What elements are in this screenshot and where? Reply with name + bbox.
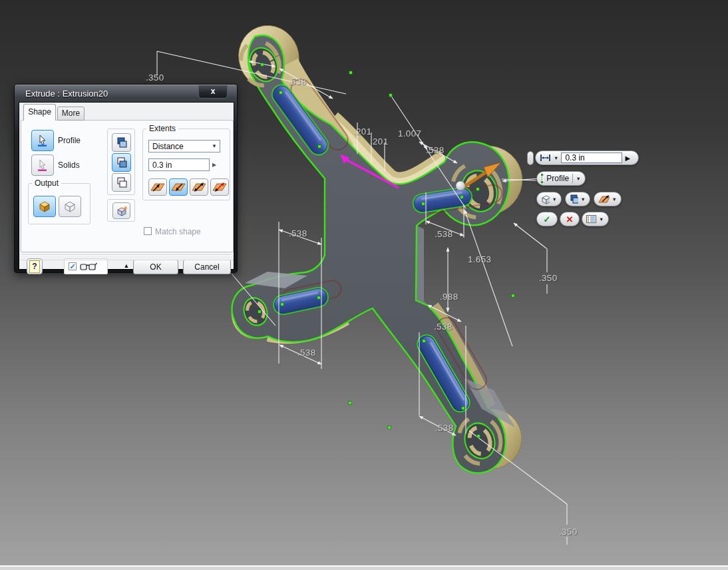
output-solid-button[interactable] (33, 196, 56, 217)
output-group: Output (28, 183, 91, 224)
shape-tab-panel: Profile Solids Output (21, 120, 234, 252)
dialog-expander[interactable]: ▲ (19, 260, 234, 271)
direction-icon (598, 194, 610, 204)
direction-2-icon (170, 181, 186, 193)
flyout-arrow-icon[interactable]: ▶ (625, 154, 630, 162)
chevron-down-icon: ▼ (209, 143, 220, 149)
boolean-group (107, 129, 135, 195)
mini-cancel-button[interactable]: ✕ (560, 212, 580, 226)
mini-boolean-button[interactable]: ▼ (565, 192, 590, 206)
extents-mode-dropdown[interactable]: Distance ▼ (148, 140, 220, 152)
distance-input[interactable] (148, 158, 210, 171)
direction-1-icon (150, 181, 166, 193)
close-button[interactable]: x (198, 85, 228, 99)
dimension-label[interactable]: .538 (426, 145, 444, 155)
match-shape-label: Match shape (155, 227, 201, 236)
dimension-label[interactable]: 1.653 (468, 254, 491, 264)
mini-toolbar-gripper[interactable]: ·· ·· ·· (527, 151, 534, 165)
options-list-icon (586, 215, 596, 223)
direction-1-button[interactable] (148, 178, 167, 196)
profile-label: Profile (58, 136, 81, 145)
extents-group: Extents Distance ▼ ▶ (142, 129, 230, 200)
chevron-down-icon: ▼ (599, 216, 604, 222)
match-shape-checkbox[interactable] (144, 227, 152, 235)
mini-direction-button[interactable]: ▼ (594, 192, 622, 206)
extents-mode-value: Distance (149, 142, 209, 151)
mini-options-button[interactable]: ▼ (582, 212, 609, 226)
profile-select-button[interactable] (31, 130, 54, 151)
collapse-triangle-icon: ▲ (124, 262, 130, 269)
dimension-label[interactable]: .538 (297, 348, 315, 358)
direction-2-button[interactable] (169, 178, 188, 196)
chevron-down-icon[interactable]: ▼ (554, 155, 558, 161)
dimension-label[interactable]: .538 (288, 77, 306, 87)
new-solid-group: ✳ (107, 199, 135, 222)
mini-apply-button[interactable]: ✓ (536, 212, 558, 226)
direction-symmetric-icon (191, 181, 207, 193)
new-solid-icon: ✳ (116, 206, 128, 216)
distance-flyout-icon[interactable]: ▶ (212, 162, 216, 168)
extrude-dialog: Extrude : Extrusion20 x Shape More Profi… (14, 84, 238, 273)
cut-icon (116, 157, 128, 168)
dimension-label[interactable]: .350 (146, 73, 164, 83)
inventor-app: { "dialog": { "title": "Extrude : Extrus… (0, 0, 728, 570)
distance-icon (540, 154, 551, 162)
dialog-body: Shape More Profile Solids Output (19, 102, 234, 270)
chevron-down-icon: ▼ (552, 196, 557, 202)
chevron-down-icon: ▼ (612, 196, 617, 202)
cube-icon (541, 194, 550, 204)
cursor-profile-icon (37, 135, 49, 146)
intersect-icon (116, 177, 128, 188)
dimension-label[interactable]: .538 (435, 423, 453, 433)
cross-icon: ✕ (566, 214, 574, 224)
direction-asymmetric-button[interactable] (210, 178, 229, 196)
dimension-label[interactable]: .350 (539, 273, 557, 283)
mini-toolbar-distance: ▼ ▶ (535, 150, 639, 165)
tab-more[interactable]: More (57, 107, 85, 121)
new-solid-button[interactable]: ✳ (112, 202, 130, 219)
dimension-label[interactable]: 1.007 (398, 129, 421, 139)
cursor-solids-icon (37, 159, 49, 171)
output-surface-button[interactable] (59, 196, 81, 217)
solids-select-button[interactable] (31, 154, 54, 176)
direction-symmetric-button[interactable] (190, 178, 208, 196)
dimension-label[interactable]: .350 (559, 527, 577, 537)
close-icon: x (211, 87, 216, 96)
drag-sphere-manipulator[interactable] (456, 181, 465, 190)
surface-cube-icon (63, 200, 77, 212)
dimension-label[interactable]: .538 (434, 322, 452, 332)
solids-label: Solids (58, 160, 80, 170)
mini-profile-label: Profile (546, 174, 569, 183)
boolean-join-button[interactable] (112, 133, 131, 152)
tab-shape[interactable]: Shape (23, 104, 56, 121)
direction-asymmetric-icon (212, 181, 228, 193)
dimension-label[interactable]: .538 (435, 229, 453, 239)
divider (22, 254, 231, 256)
extents-group-label: Extents (146, 124, 178, 133)
boolean-icon (570, 194, 578, 204)
chevron-down-icon[interactable]: ▼ (576, 176, 581, 182)
dimension-label[interactable]: .201 (370, 137, 388, 146)
dimension-label[interactable]: .538 (289, 228, 307, 238)
check-icon: ✓ (544, 214, 551, 224)
mini-output-button[interactable]: ▼ (536, 192, 562, 206)
boolean-intersect-button[interactable] (112, 173, 131, 192)
mini-toolbar-profile[interactable]: Profile ▼ (536, 171, 586, 186)
solid-cube-icon (38, 200, 51, 212)
chevron-down-icon: ▼ (581, 196, 586, 202)
statusbar (0, 567, 728, 570)
join-icon (116, 137, 128, 148)
output-group-label: Output (32, 178, 61, 188)
dimension-label[interactable]: .988 (440, 292, 458, 302)
svg-text:✳: ✳ (124, 206, 128, 210)
dimension-label[interactable]: .201 (353, 127, 371, 137)
mini-distance-input[interactable] (561, 152, 622, 163)
boolean-cut-button[interactable] (112, 153, 131, 172)
profile-select-icon (541, 174, 544, 184)
dialog-title: Extrude : Extrusion20 (25, 89, 108, 99)
